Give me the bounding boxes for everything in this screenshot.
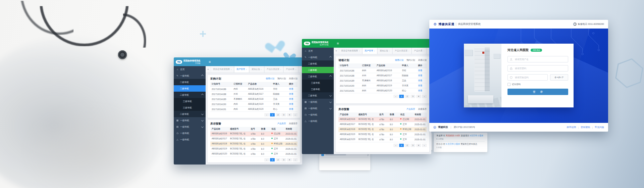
feed-link[interactable]: 凤凰精英小分队 (446, 134, 460, 137)
tab[interactable]: 产品分类设置○ (392, 48, 412, 54)
page-button[interactable]: 2 (276, 158, 280, 161)
section-link[interactable]: 预约计划 (277, 77, 286, 80)
sidebar-item[interactable]: ▤一级导航 (302, 105, 334, 111)
page-button[interactable]: 1 (270, 113, 275, 116)
sidebar-item[interactable]: ⌂首页 (302, 48, 334, 54)
page-button[interactable]: 1 (270, 158, 275, 161)
view-link[interactable]: 查看 (289, 88, 293, 90)
tab-close-icon[interactable]: ○ (280, 68, 281, 70)
page-button[interactable]: 2 (276, 113, 280, 116)
footer-link[interactable]: 常见问题 (595, 126, 604, 129)
section-link[interactable]: 产品库存 (277, 122, 286, 125)
page-button[interactable]: 4 (416, 95, 421, 98)
prev-page-button[interactable]: ‹ (393, 95, 398, 98)
sidebar-item[interactable]: ▦一级导航 (174, 117, 206, 124)
page-button[interactable]: 4 (287, 158, 292, 161)
sidebar-item[interactable]: ▦一级导航 (302, 99, 334, 105)
tab[interactable]: 资质证件效期预警○ (211, 66, 234, 73)
section-link[interactable]: 高值库存 (289, 122, 298, 125)
section-link[interactable]: 高值计划 (418, 59, 427, 62)
sidebar-item[interactable]: 二级导航 (302, 73, 334, 80)
sidebar-item[interactable]: ▤一级导航 (174, 124, 206, 130)
hamburger-icon[interactable]: ≡ (209, 60, 211, 64)
collapse-tabs-icon[interactable]: « (334, 49, 339, 52)
tab-close-icon[interactable]: ○ (261, 68, 262, 70)
tab-close-icon[interactable]: ○ (231, 68, 232, 70)
tab-close-icon[interactable]: ○ (296, 68, 297, 70)
sidebar-item[interactable]: 二级导航 (302, 92, 334, 99)
view-link[interactable]: 查看 (418, 84, 422, 87)
page-button[interactable]: 3 (281, 158, 286, 161)
username-input[interactable] (514, 58, 566, 61)
sidebar-item[interactable]: 二级导航 (174, 79, 206, 85)
feed-item[interactable]: 付小小 在 5 月日常小需求 更新至已发布状态3 天前 (436, 141, 485, 149)
tab-close-icon[interactable]: ○ (409, 50, 410, 52)
sidebar-item[interactable]: 三级导航 (302, 80, 334, 86)
remember-checkbox[interactable] (507, 83, 511, 86)
next-page-button[interactable]: › (422, 144, 427, 147)
tab[interactable]: 产品分类设置○ (264, 66, 284, 73)
page-button[interactable]: 3 (411, 144, 415, 147)
sidebar-item[interactable]: ✎一级导航 (302, 54, 334, 60)
hamburger-icon[interactable]: ≡ (337, 42, 339, 45)
tab[interactable]: 产品出库○ (283, 66, 299, 73)
tab[interactable]: 用户管理○ (362, 48, 377, 54)
page-button[interactable]: 3 (411, 95, 415, 98)
section-link[interactable]: 预约计划 (407, 59, 415, 62)
footer-link[interactable]: 操作说明 (567, 126, 576, 129)
section-link[interactable]: 领用计划 (395, 59, 404, 62)
page-button[interactable]: 4 (287, 113, 292, 116)
page-button[interactable]: 1 (399, 95, 404, 98)
page-button[interactable]: 2 (405, 144, 410, 147)
feed-link[interactable]: 5 月日常小需求 (446, 143, 460, 145)
login-button[interactable]: 登 录 (507, 89, 568, 95)
sidebar-item[interactable]: 二级导航 (174, 92, 206, 98)
page-button[interactable]: 4 (416, 144, 421, 147)
sidebar-item[interactable]: 三级导航 (174, 98, 206, 104)
section-link[interactable]: 高值库存 (418, 108, 427, 111)
view-link[interactable]: 查看 (418, 79, 422, 82)
sidebar-item[interactable]: ◷一级导航 (302, 111, 334, 118)
prev-page-button[interactable]: ‹ (264, 113, 269, 116)
sidebar-item[interactable]: ◷一级导航 (174, 130, 206, 136)
sidebar-item[interactable]: △一级导航 (302, 118, 334, 124)
feed-link[interactable]: 5月日常小需求 (470, 134, 484, 137)
view-link[interactable]: 查看 (289, 108, 293, 110)
view-link[interactable]: 查看 (289, 93, 293, 95)
page-button[interactable]: 2 (405, 95, 410, 98)
sidebar-item[interactable]: △一级导航 (174, 136, 206, 143)
view-link[interactable]: 查看 (289, 98, 293, 100)
tab-close-icon[interactable]: ○ (389, 50, 390, 52)
tab-close-icon[interactable]: ○ (359, 50, 360, 52)
view-link[interactable]: 查看 (418, 69, 422, 72)
view-link[interactable]: 查看 (289, 103, 293, 105)
sidebar-item[interactable]: 二级导航 (302, 60, 334, 67)
sidebar-item[interactable]: ⌂首页 (174, 66, 206, 73)
section-link[interactable]: 高值计划 (289, 77, 298, 80)
next-page-button[interactable]: › (293, 113, 298, 116)
section-link[interactable]: 领用计划 (266, 77, 274, 80)
sidebar-item[interactable]: 二级导航 (302, 67, 334, 73)
sidebar-item[interactable]: 三级导航 (174, 104, 206, 111)
next-page-button[interactable]: › (293, 158, 298, 161)
prev-page-button[interactable]: ‹ (393, 144, 398, 147)
next-page-button[interactable]: › (422, 95, 427, 98)
tab-close-icon[interactable]: ○ (246, 68, 247, 70)
feed-item[interactable]: 朱老师 在 凤凰精英小分队 新建项目 5月日常小需求5 小时前 (436, 134, 485, 140)
tab[interactable]: 用户管理○ (234, 66, 249, 73)
prev-page-button[interactable]: ‹ (264, 158, 269, 161)
view-link[interactable]: 查看 (418, 74, 422, 77)
section-link[interactable]: 产品库存 (407, 108, 415, 111)
tab[interactable]: 通知公告○ (377, 48, 392, 54)
tab-close-icon[interactable]: ○ (374, 50, 375, 52)
tab[interactable]: 通知公告○ (249, 66, 264, 73)
sidebar-item[interactable]: ✎一级导航 (174, 73, 206, 79)
password-input[interactable] (514, 67, 566, 70)
collapse-tabs-icon[interactable]: « (206, 68, 211, 71)
captcha-image[interactable]: 6+8=? (550, 74, 568, 81)
tab-close-icon[interactable]: ○ (424, 50, 425, 52)
page-button[interactable]: 1 (399, 144, 404, 147)
tab[interactable]: 产品出库○ (412, 48, 427, 54)
sidebar-item[interactable]: 二级导航 (174, 85, 206, 92)
sidebar-item[interactable]: 二级导航 (174, 111, 206, 117)
